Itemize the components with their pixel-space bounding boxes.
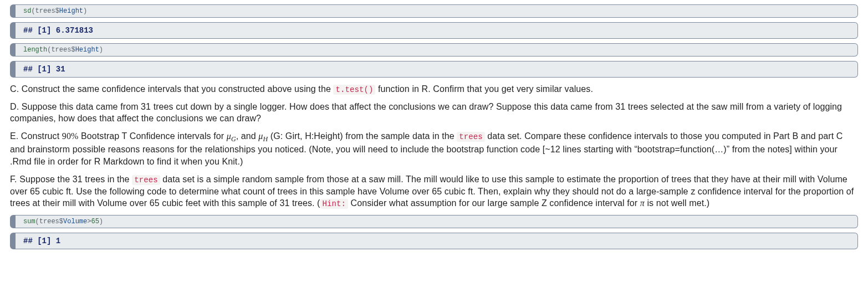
text: (G: Girt, H:Height) from the sample data… bbox=[268, 131, 457, 141]
code-token: ) bbox=[83, 7, 87, 15]
code-input-sd: sd(trees$Height) bbox=[10, 4, 858, 18]
code-token: $ bbox=[55, 7, 59, 15]
paragraph-e: E. Construct 90% Bootstrap T Confidence … bbox=[10, 130, 858, 168]
inline-code-ttest: t.test() bbox=[333, 85, 375, 95]
code-input-length: length(trees$Height) bbox=[10, 43, 858, 57]
code-token: Height bbox=[59, 7, 83, 15]
inline-code-hint: Hint: bbox=[320, 199, 349, 209]
code-token: length bbox=[23, 46, 47, 54]
math-percent: 90% bbox=[62, 131, 79, 141]
inline-code-trees-2: trees bbox=[132, 175, 160, 185]
text: C. Construct the same confidence interva… bbox=[10, 84, 333, 94]
code-token: Volume bbox=[63, 218, 87, 225]
code-output-sd: ## [1] 6.371813 bbox=[10, 22, 858, 39]
paragraph-d: D. Suppose this data came from 31 trees … bbox=[10, 101, 858, 125]
math-mu-h: μH bbox=[258, 131, 268, 141]
code-token: ) bbox=[99, 218, 103, 225]
text: Consider what assumption for our large s… bbox=[348, 198, 640, 208]
code-output-length: ## [1] 31 bbox=[10, 61, 858, 78]
text: F. Suppose the 31 trees in the bbox=[10, 174, 132, 184]
text: E. Construct bbox=[10, 131, 62, 141]
math-mu-g: μG bbox=[227, 131, 236, 141]
code-token: Height bbox=[75, 46, 99, 54]
code-token: (trees bbox=[47, 46, 71, 54]
code-token: (trees bbox=[35, 218, 59, 225]
text: Bootstrap T Confidence intervals for bbox=[78, 131, 226, 141]
paragraph-f: F. Suppose the 31 trees in the trees dat… bbox=[10, 173, 858, 209]
text: , and bbox=[236, 131, 259, 141]
code-input-sum: sum(trees$Volume>65) bbox=[10, 215, 858, 228]
code-token: sum bbox=[23, 218, 35, 225]
paragraph-c: C. Construct the same confidence interva… bbox=[10, 83, 858, 95]
code-token: 65 bbox=[91, 218, 99, 225]
code-token: sd bbox=[23, 7, 31, 15]
text: is not well met.) bbox=[645, 198, 709, 208]
text: function in R. Confirm that you get very… bbox=[375, 84, 593, 94]
inline-code-trees: trees bbox=[457, 132, 485, 142]
code-token: (trees bbox=[31, 7, 55, 15]
code-token: $ bbox=[59, 218, 63, 225]
code-token: $ bbox=[71, 46, 75, 54]
math-pi: π bbox=[640, 198, 645, 208]
code-token: ) bbox=[99, 46, 103, 54]
code-output-sum: ## [1] 1 bbox=[10, 233, 858, 249]
